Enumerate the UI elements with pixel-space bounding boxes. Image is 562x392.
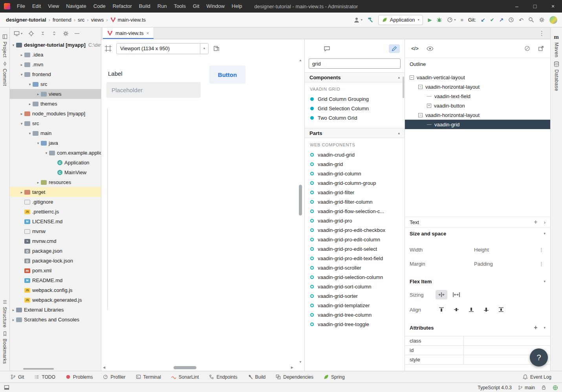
canvas-button[interactable]: Button	[209, 66, 245, 84]
palette-item-vaadin-grid-templatizer[interactable]: vaadin-grid-templatizer	[305, 301, 405, 310]
tree-item-mvn[interactable]: ▸.mvn	[10, 60, 101, 69]
collapse-up-icon[interactable]: ▴	[398, 131, 400, 135]
chevron-down-icon[interactable]: ▾	[27, 131, 32, 135]
tree-item-mainview[interactable]: CMainView	[10, 168, 101, 177]
palette-item-grid-column-grouping[interactable]: Grid Column Grouping	[305, 94, 405, 104]
text-section-header[interactable]: Text + ›	[405, 217, 550, 228]
scroll-up-icon[interactable]: ▲	[298, 58, 303, 62]
tree-item-license-md[interactable]: MLICENSE.md	[10, 217, 101, 226]
chevron-right-icon[interactable]: ▸	[11, 308, 16, 312]
chevron-right-icon[interactable]: ▸	[19, 190, 24, 194]
status-git[interactable]: Git	[5, 371, 29, 383]
palette-item-two-column-grid[interactable]: Two Column Grid	[305, 113, 405, 122]
tree-item-mvnw[interactable]: mvnw	[10, 226, 101, 236]
align-center-button[interactable]	[450, 305, 462, 314]
palette-item-vaadin-grid-pro[interactable]: vaadin-grid-pro	[305, 216, 405, 225]
tab-options-icon[interactable]: ⋮	[533, 30, 550, 37]
chevron-right-icon[interactable]: ▸	[19, 53, 24, 57]
palette-item-vaadin-grid-sort-column[interactable]: vaadin-grid-sort-column	[305, 282, 405, 291]
chevron-down-icon[interactable]: ▾	[44, 151, 49, 155]
chevron-right-icon[interactable]: ▸	[11, 318, 16, 322]
menu-window[interactable]: Window	[203, 0, 228, 13]
scroll-right-icon[interactable]: ▶	[291, 366, 293, 369]
feedback-bubble-icon[interactable]	[324, 46, 330, 52]
tool-button-database[interactable]: Database	[554, 61, 559, 91]
menu-view[interactable]: View	[44, 0, 62, 13]
margin-field[interactable]: Margin	[410, 261, 474, 267]
scroll-left-icon[interactable]: ◀	[103, 366, 105, 369]
viewport-select[interactable]: Viewport (1134 x 950) ▾	[116, 43, 209, 54]
run-configuration-select[interactable]: Application ▾	[378, 15, 423, 25]
outline-item-vaadin-text-field[interactable]: vaadin-text-field	[405, 91, 550, 101]
maximize-button[interactable]: □	[526, 0, 544, 13]
close-button[interactable]: ×	[544, 0, 562, 13]
hide-panel-button[interactable]: —	[75, 31, 79, 36]
outline-collapse-icon[interactable]: −	[418, 85, 423, 89]
status-globe[interactable]	[553, 385, 558, 390]
chevron-right-icon[interactable]: ›	[544, 219, 546, 225]
tool-window-toggle-icon[interactable]	[4, 385, 9, 390]
tree-item-themes[interactable]: ▸themes	[10, 99, 101, 109]
outline-item-vaadin-horizontal-layout[interactable]: −vaadin-horizontal-layout	[405, 82, 550, 91]
menu-tools[interactable]: Tools	[170, 0, 189, 13]
tree-item-package-json[interactable]: {}package.json	[10, 246, 101, 256]
caret-down-icon[interactable]: ▾	[544, 279, 546, 283]
palette-item-vaadin-grid[interactable]: vaadin-grid	[305, 159, 405, 169]
palette-item-vaadin-grid-pro-edit-text-field[interactable]: vaadin-grid-pro-edit-text-field	[305, 253, 405, 263]
palette-item-vaadin-grid-filter-column[interactable]: vaadin-grid-filter-column	[305, 197, 405, 206]
palette-item-vaadin-crud-grid[interactable]: vaadin-crud-grid	[305, 150, 405, 159]
status-todo[interactable]: TODO	[29, 371, 60, 383]
settings-gear-icon[interactable]	[539, 17, 545, 23]
status-profiler[interactable]: Profiler	[98, 371, 130, 383]
palette-item-vaadin-grid-pro-edit-checkbox[interactable]: vaadin-grid-pro-edit-checkbox	[305, 225, 405, 235]
tool-button-bookmarks[interactable]: Bookmarks	[2, 331, 7, 364]
history-clock-icon[interactable]	[508, 17, 514, 23]
tool-button-commit[interactable]: Commit	[2, 61, 7, 86]
outline-item-vaadin-grid[interactable]: vaadin-grid	[405, 120, 550, 129]
align-stretch-button[interactable]	[495, 305, 507, 314]
chevron-down-icon[interactable]: ▾	[36, 141, 40, 145]
collapse-all-button[interactable]	[40, 31, 46, 36]
tree-item-frontend[interactable]: ▾frontend	[10, 69, 101, 79]
outline-item-vaadin-horizontal-layout[interactable]: −vaadin-horizontal-layout	[405, 110, 550, 120]
add-text-icon[interactable]: +	[534, 219, 537, 225]
height-field[interactable]: Height	[474, 247, 537, 253]
chevron-down-icon[interactable]: ▾	[11, 43, 16, 47]
palette-item-vaadin-grid-scroller[interactable]: vaadin-grid-scroller	[305, 263, 405, 272]
tree-item-target[interactable]: ▸target	[10, 187, 101, 197]
palette-scrollbar[interactable]	[403, 77, 404, 98]
outline-collapse-icon[interactable]: −	[418, 113, 423, 117]
menu-file[interactable]: File	[13, 0, 29, 13]
chevron-right-icon[interactable]: ▸	[27, 102, 32, 106]
caret-down-icon[interactable]: ▾	[544, 232, 546, 235]
search-everywhere-button[interactable]	[528, 17, 534, 23]
status-terminal[interactable]: Terminal	[131, 371, 166, 383]
palette-item-vaadin-grid-column-group[interactable]: vaadin-grid-column-group	[305, 178, 405, 188]
user-menu-button[interactable]: ▾	[353, 17, 362, 23]
tree-item-views[interactable]: ▸views	[10, 89, 101, 99]
outline-collapse-icon[interactable]: −	[410, 75, 414, 80]
palette-item-vaadin-grid-column[interactable]: vaadin-grid-column	[305, 169, 405, 178]
minimize-button[interactable]: –	[508, 0, 526, 13]
vertical-scroll-thumb[interactable]	[299, 185, 302, 215]
chevron-right-icon[interactable]: ▸	[19, 63, 24, 67]
tree-item-designer-tutorial-myapp[interactable]: ▾designer-tutorial [myapp]C:\dev\	[10, 40, 101, 50]
tree-item-prettierrc-js[interactable]: JS.prettierrc.js	[10, 207, 101, 217]
canvas-horizontal-scrollbar[interactable]: ◀ ▶	[103, 365, 293, 370]
locate-file-button[interactable]	[28, 31, 34, 36]
tool-button-project[interactable]: Project	[2, 34, 7, 58]
tab-main-view-ts[interactable]: main-view.ts ×	[103, 27, 154, 39]
outline-item-vaadin-button[interactable]: +vaadin-button	[405, 101, 550, 110]
canvas-vertical-scrollbar[interactable]: ▲ ▼	[298, 58, 303, 364]
collapse-up-icon[interactable]: ▴	[398, 75, 400, 79]
breadcrumb-designer-tutorial[interactable]: designer-tutorial	[5, 16, 48, 24]
parts-section-header[interactable]: Parts ▴	[305, 128, 405, 138]
tree-item-main[interactable]: ▾main	[10, 128, 101, 138]
status-dependencies[interactable]: Dependencies	[271, 371, 319, 383]
palette-item-vaadin-grid-filter[interactable]: vaadin-grid-filter	[305, 188, 405, 197]
breadcrumb-main-view-ts[interactable]: main-view.ts	[109, 16, 147, 24]
status-build[interactable]: Build	[243, 371, 271, 383]
status-problems[interactable]: Problems	[60, 371, 98, 383]
git-update-button[interactable]: ↙	[481, 17, 485, 23]
status-typescript-4-0-3[interactable]: TypeScript 4.0.3	[478, 385, 512, 390]
